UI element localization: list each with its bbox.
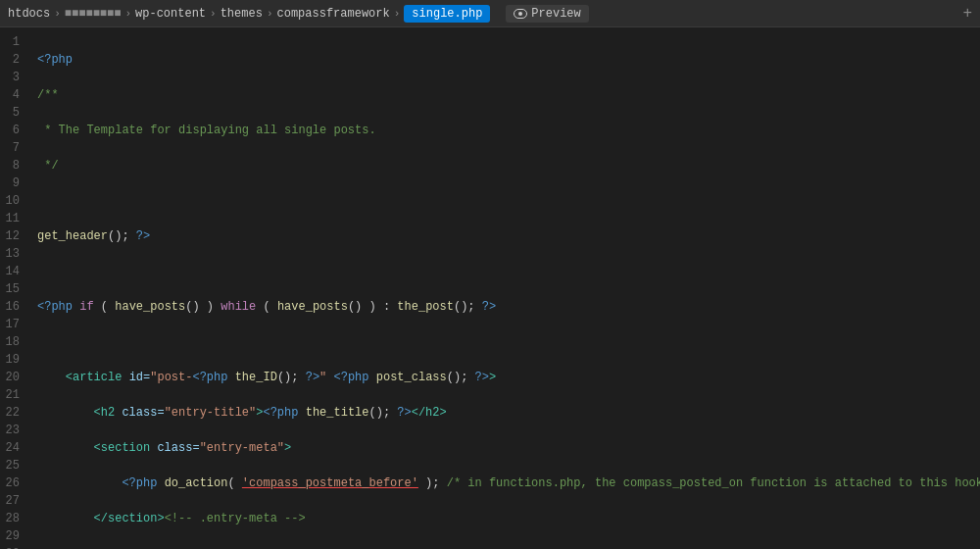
breadcrumb-themes[interactable]: themes: [220, 7, 263, 21]
breadcrumb-sep-5: ›: [394, 8, 401, 20]
add-tab-button[interactable]: +: [962, 5, 972, 23]
breadcrumb-sep-1: ›: [54, 8, 61, 20]
breadcrumb-active-file[interactable]: single.php: [404, 5, 490, 23]
preview-button[interactable]: Preview: [506, 5, 588, 23]
breadcrumb-domain[interactable]: ■■■■■■■■: [65, 7, 122, 21]
breadcrumb-htdocs[interactable]: htdocs: [8, 7, 50, 21]
breadcrumb-compassframework[interactable]: compassframework: [277, 7, 390, 21]
breadcrumb-framework-label: compassframework: [277, 7, 390, 21]
breadcrumb-bar: htdocs › ■■■■■■■■ › wp-content › themes …: [0, 0, 980, 27]
code-area: 1 2 3 4 5 6 7 8 9 10 11 12 13 14 15 16 1…: [0, 27, 980, 549]
preview-icon: [514, 9, 527, 19]
code-content[interactable]: <?php /** * The Template for displaying …: [29, 27, 980, 549]
breadcrumb-sep-2: ›: [124, 8, 131, 20]
preview-label: Preview: [531, 7, 580, 21]
breadcrumb-label: htdocs: [8, 7, 50, 21]
breadcrumb-wpcontent-label: wp-content: [135, 7, 206, 21]
breadcrumb-wpcontent[interactable]: wp-content: [135, 7, 206, 21]
breadcrumb-sep-3: ›: [210, 8, 217, 20]
breadcrumb-domain-label: ■■■■■■■■: [65, 7, 122, 21]
breadcrumb-themes-label: themes: [220, 7, 263, 21]
breadcrumb-sep-4: ›: [267, 8, 273, 20]
line-numbers: 1 2 3 4 5 6 7 8 9 10 11 12 13 14 15 16 1…: [0, 27, 29, 549]
